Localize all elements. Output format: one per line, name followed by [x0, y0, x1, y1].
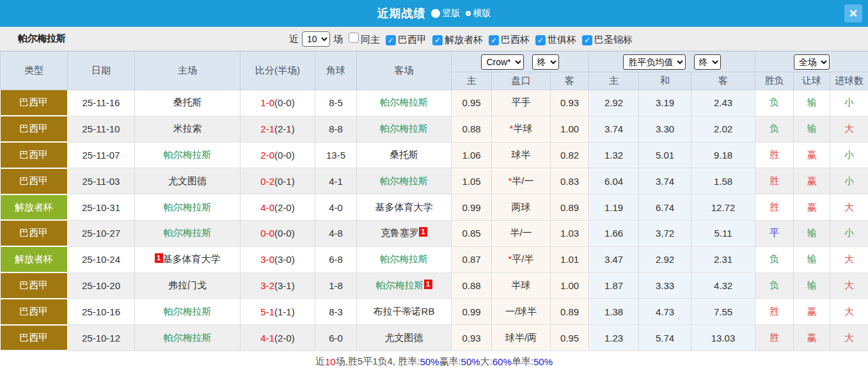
corners-cell: 13-5 — [315, 142, 357, 168]
handicap-home-odds: 0.99 — [452, 299, 492, 325]
checkbox-世俱杯[interactable]: ✓ — [535, 35, 546, 45]
handicap-star: * — [508, 253, 512, 264]
fulltime-score: 5-1 — [260, 306, 274, 317]
odds-home-win: 1.32 — [589, 142, 639, 168]
halftime-score: (2-1) — [274, 123, 295, 134]
score-cell: 4-0(2-0) — [241, 194, 315, 221]
handicap-home-odds: 0.88 — [452, 116, 492, 142]
result-handicap: 赢 — [794, 168, 830, 194]
home-team-cell: 帕尔梅拉斯 — [135, 194, 241, 221]
result-outcome: 负 — [755, 272, 794, 299]
checkbox-解放者杯[interactable]: ✓ — [432, 35, 443, 45]
summary-segment: 单率: — [512, 356, 533, 368]
date-cell: 25-11-10 — [68, 116, 135, 142]
scope-select[interactable]: 全场 — [794, 54, 830, 70]
col-header-home: 主场 — [135, 52, 241, 90]
sub-header-handicap-result: 让球 — [794, 72, 830, 90]
odds-away-win: 9.18 — [691, 142, 755, 168]
fulltime-score: 2-1 — [260, 123, 274, 134]
corners-cell: 8-5 — [315, 90, 357, 116]
fulltime-score: 0-0 — [260, 228, 274, 239]
score-cell: 3-0(3-0) — [241, 246, 315, 272]
summary-segment: 50% — [420, 356, 439, 367]
checkbox-巴西甲[interactable]: ✓ — [386, 35, 396, 45]
table-row: 解放者杯25-10-241基多体育大学3-0(3-0)6-8帕尔梅拉斯0.87*… — [1, 246, 868, 272]
table-row: 巴西甲25-11-07帕尔梅拉斯2-0(0-0)13-5桑托斯1.06球半0.8… — [1, 142, 868, 168]
checkbox-巴西杯[interactable]: ✓ — [489, 35, 499, 45]
fulltime-score: 4-1 — [260, 333, 274, 343]
team-name-text: 尤文图德 — [168, 175, 207, 186]
result-handicap: 赢 — [794, 194, 830, 221]
result-outcome: 胜 — [755, 168, 794, 194]
table-row: 巴西甲25-10-16帕尔梅拉斯5-1(1-1)8-3布拉干蒂诺RB0.99一/… — [1, 299, 868, 325]
odds-away-win: 13.03 — [691, 325, 755, 351]
odds-draw: 3.33 — [639, 272, 691, 299]
type-cell: 巴西甲 — [1, 220, 68, 246]
red-card-badge: 1 — [155, 253, 163, 263]
handicap-home-odds: 0.93 — [452, 325, 492, 351]
score-cell: 0-0(0-0) — [241, 220, 315, 246]
summary-segment: 大: — [480, 356, 493, 368]
handicap-period-select[interactable]: 终 — [532, 54, 559, 70]
away-team-cell: 帕尔梅拉斯 — [357, 90, 452, 116]
corners-cell: 8-8 — [315, 116, 357, 142]
team-name-text: 帕尔梅拉斯 — [164, 227, 212, 238]
bookmaker-select[interactable]: Crow* — [481, 54, 524, 70]
table-row: 巴西甲25-11-16桑托斯1-0(0-0)8-5帕尔梅拉斯0.95平手0.93… — [1, 90, 868, 116]
table-row: 巴西甲25-10-20弗拉门戈3-2(3-1)1-8帕尔梅拉斯10.88半球1.… — [1, 272, 868, 299]
result-goals: 大 — [830, 325, 868, 351]
home-team-cell: 帕尔梅拉斯 — [135, 299, 241, 325]
halftime-score: (2-0) — [274, 333, 295, 343]
checkbox-同主[interactable] — [349, 33, 359, 43]
recent-label: 近 — [289, 33, 299, 45]
layout-radio-horizontal[interactable]: 横版 — [466, 8, 491, 19]
checkbox-巴圣锦标[interactable]: ✓ — [582, 35, 592, 45]
odds-away-win: 7.55 — [691, 299, 755, 325]
handicap-away-odds: 1.00 — [551, 272, 589, 299]
result-goals: 大 — [830, 299, 868, 325]
type-cell: 解放者杯 — [1, 246, 68, 272]
title-bar: 近期战绩 竖版 横版 ✕ — [0, 0, 868, 27]
result-handicap: 赢 — [794, 299, 830, 325]
halftime-score: (0-1) — [274, 176, 295, 187]
handicap-line: 半/一 — [492, 220, 551, 246]
home-team-cell: 1基多体育大学 — [135, 246, 241, 272]
summary-segment: 60% — [493, 356, 512, 367]
match-count-select[interactable]: 10 — [302, 31, 330, 47]
result-goals: 小 — [830, 142, 868, 168]
odds-draw: 3.74 — [639, 168, 691, 194]
odds-away-win: 2.02 — [691, 116, 755, 142]
layout-radio-vertical[interactable]: 竖版 — [431, 8, 461, 19]
filter-controls: 近 10 场 同主✓巴西甲✓解放者杯✓巴西杯✓世俱杯✓巴圣锦标 — [289, 27, 633, 51]
fulltime-score: 4-0 — [260, 202, 274, 213]
checkbox-label: 同主 — [361, 34, 380, 45]
result-goals: 小 — [830, 90, 868, 116]
summary-segment: 50% — [533, 356, 553, 367]
table-row: 巴西甲25-11-03尤文图德0-2(0-1)4-1帕尔梅拉斯1.05*半/一0… — [1, 168, 868, 194]
type-cell: 巴西甲 — [1, 168, 68, 194]
odds-draw: 2.92 — [639, 246, 691, 272]
score-cell: 2-1(2-1) — [241, 116, 315, 142]
result-handicap: 输 — [794, 220, 830, 246]
close-button[interactable]: ✕ — [844, 4, 862, 22]
fulltime-score: 3-0 — [260, 254, 274, 265]
home-team-cell: 米拉索 — [135, 116, 241, 142]
handicap-home-odds: 0.95 — [452, 90, 492, 116]
odds-draw: 3.72 — [639, 220, 691, 246]
result-outcome: 胜 — [755, 299, 794, 325]
result-goals: 大 — [830, 272, 868, 299]
team-name-text: 基多体育大学 — [375, 201, 433, 212]
handicap-away-odds: 0.93 — [551, 90, 589, 116]
recent-results-popup: 近期战绩 竖版 横版 ✕ 帕尔梅拉斯 近 10 场 同主✓巴西甲✓解放者杯✓巴西… — [0, 0, 868, 371]
result-handicap: 输 — [794, 90, 830, 116]
odds-away-win: 12.72 — [691, 194, 755, 221]
type-cell: 巴西甲 — [1, 272, 68, 299]
score-cell: 2-0(0-0) — [241, 142, 315, 168]
handicap-home-odds: 0.87 — [452, 246, 492, 272]
handicap-away-odds: 0.95 — [551, 325, 589, 351]
europe-avg-select[interactable]: 胜平负均值 — [623, 54, 686, 70]
handicap-home-odds: 1.06 — [452, 142, 492, 168]
handicap-line: 球半 — [492, 142, 551, 168]
europe-period-select[interactable]: 终 — [694, 54, 721, 70]
odds-home-win: 3.47 — [589, 246, 639, 272]
